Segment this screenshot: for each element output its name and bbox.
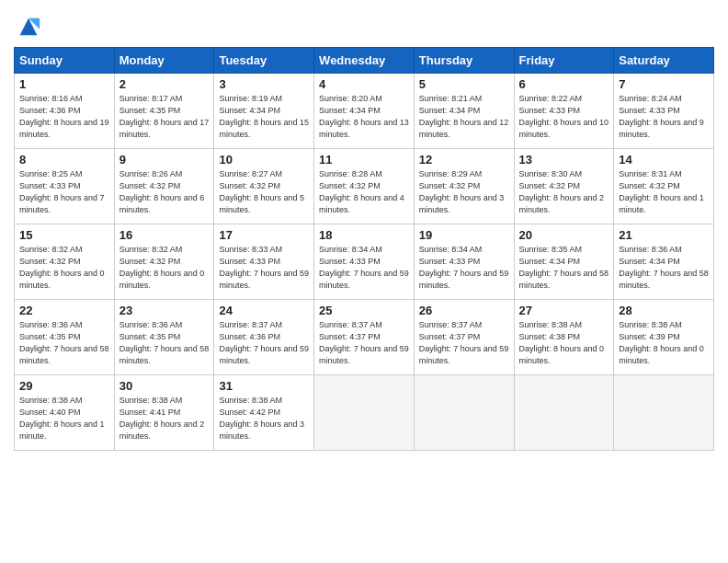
- day-number: 28: [619, 304, 709, 317]
- cell-details: Sunrise: 8:25 AMSunset: 4:33 PMDaylight:…: [19, 168, 109, 216]
- cell-details: Sunrise: 8:38 AMSunset: 4:42 PMDaylight:…: [219, 395, 309, 442]
- day-number: 14: [619, 153, 709, 167]
- day-header-monday: Monday: [114, 48, 214, 74]
- calendar-cell: 29Sunrise: 8:38 AMSunset: 4:40 PMDayligh…: [15, 375, 115, 451]
- cell-details: Sunrise: 8:16 AMSunset: 4:36 PMDaylight:…: [19, 93, 109, 141]
- day-header-wednesday: Wednesday: [314, 48, 415, 74]
- calendar-cell: 8Sunrise: 8:25 AMSunset: 4:33 PMDaylight…: [15, 149, 115, 224]
- calendar-cell: 12Sunrise: 8:29 AMSunset: 4:32 PMDayligh…: [414, 149, 514, 224]
- calendar-cell: 6Sunrise: 8:22 AMSunset: 4:33 PMDaylight…: [514, 74, 614, 149]
- day-number: 21: [619, 228, 709, 242]
- day-number: 16: [119, 228, 210, 242]
- calendar-cell: 19Sunrise: 8:34 AMSunset: 4:33 PMDayligh…: [414, 224, 514, 300]
- logo-icon: [16, 14, 41, 40]
- calendar-cell: 10Sunrise: 8:27 AMSunset: 4:32 PMDayligh…: [214, 149, 314, 224]
- cell-details: Sunrise: 8:19 AMSunset: 4:34 PMDaylight:…: [219, 93, 309, 141]
- cell-details: Sunrise: 8:36 AMSunset: 4:34 PMDaylight:…: [619, 244, 709, 292]
- calendar-cell: 21Sunrise: 8:36 AMSunset: 4:34 PMDayligh…: [614, 224, 714, 300]
- calendar-cell: 20Sunrise: 8:35 AMSunset: 4:34 PMDayligh…: [514, 224, 614, 300]
- day-number: 29: [19, 379, 109, 393]
- calendar-cell: 9Sunrise: 8:26 AMSunset: 4:32 PMDaylight…: [114, 149, 214, 224]
- header: [14, 9, 714, 40]
- week-row-3: 22Sunrise: 8:36 AMSunset: 4:35 PMDayligh…: [15, 300, 714, 375]
- day-number: 3: [219, 77, 309, 91]
- day-number: 2: [119, 77, 210, 91]
- day-number: 22: [19, 304, 109, 317]
- day-number: 15: [19, 228, 109, 242]
- cell-details: Sunrise: 8:34 AMSunset: 4:33 PMDaylight:…: [319, 244, 409, 292]
- day-number: 12: [419, 153, 509, 167]
- calendar-cell: 15Sunrise: 8:32 AMSunset: 4:32 PMDayligh…: [15, 224, 115, 300]
- day-number: 10: [219, 153, 309, 167]
- day-number: 5: [419, 77, 509, 91]
- cell-details: Sunrise: 8:17 AMSunset: 4:35 PMDaylight:…: [119, 93, 210, 141]
- cell-details: Sunrise: 8:33 AMSunset: 4:33 PMDaylight:…: [219, 244, 309, 292]
- calendar-table: SundayMondayTuesdayWednesdayThursdayFrid…: [14, 47, 714, 451]
- cell-details: Sunrise: 8:27 AMSunset: 4:32 PMDaylight:…: [219, 168, 309, 216]
- calendar-cell: 18Sunrise: 8:34 AMSunset: 4:33 PMDayligh…: [314, 224, 415, 300]
- calendar-cell: [514, 375, 614, 451]
- day-number: 9: [119, 153, 210, 167]
- logo: [14, 14, 41, 40]
- calendar-cell: [614, 375, 714, 451]
- cell-details: Sunrise: 8:30 AMSunset: 4:32 PMDaylight:…: [519, 168, 609, 216]
- calendar-cell: 3Sunrise: 8:19 AMSunset: 4:34 PMDaylight…: [214, 74, 314, 149]
- day-number: 27: [519, 304, 609, 317]
- day-number: 18: [319, 228, 409, 242]
- calendar-cell: 5Sunrise: 8:21 AMSunset: 4:34 PMDaylight…: [414, 74, 514, 149]
- day-header-tuesday: Tuesday: [214, 48, 314, 74]
- calendar-cell: 17Sunrise: 8:33 AMSunset: 4:33 PMDayligh…: [214, 224, 314, 300]
- cell-details: Sunrise: 8:38 AMSunset: 4:39 PMDaylight:…: [619, 319, 709, 367]
- calendar-cell: 27Sunrise: 8:38 AMSunset: 4:38 PMDayligh…: [514, 300, 614, 375]
- week-row-4: 29Sunrise: 8:38 AMSunset: 4:40 PMDayligh…: [15, 375, 714, 451]
- header-row: SundayMondayTuesdayWednesdayThursdayFrid…: [15, 48, 714, 74]
- calendar-cell: 23Sunrise: 8:36 AMSunset: 4:35 PMDayligh…: [114, 300, 214, 375]
- cell-details: Sunrise: 8:38 AMSunset: 4:38 PMDaylight:…: [519, 319, 609, 367]
- day-number: 31: [219, 379, 309, 393]
- cell-details: Sunrise: 8:26 AMSunset: 4:32 PMDaylight:…: [119, 168, 210, 216]
- day-number: 30: [119, 379, 210, 393]
- cell-details: Sunrise: 8:32 AMSunset: 4:32 PMDaylight:…: [19, 244, 109, 292]
- cell-details: Sunrise: 8:37 AMSunset: 4:37 PMDaylight:…: [319, 319, 409, 367]
- day-number: 20: [519, 228, 609, 242]
- cell-details: Sunrise: 8:34 AMSunset: 4:33 PMDaylight:…: [419, 244, 509, 292]
- day-header-saturday: Saturday: [614, 48, 714, 74]
- day-number: 6: [519, 77, 609, 91]
- cell-details: Sunrise: 8:24 AMSunset: 4:33 PMDaylight:…: [619, 93, 709, 141]
- day-number: 19: [419, 228, 509, 242]
- calendar-cell: 7Sunrise: 8:24 AMSunset: 4:33 PMDaylight…: [614, 74, 714, 149]
- cell-details: Sunrise: 8:38 AMSunset: 4:40 PMDaylight:…: [19, 395, 109, 442]
- day-number: 8: [19, 153, 109, 167]
- calendar-cell: 22Sunrise: 8:36 AMSunset: 4:35 PMDayligh…: [15, 300, 115, 375]
- calendar-cell: 30Sunrise: 8:38 AMSunset: 4:41 PMDayligh…: [114, 375, 214, 451]
- week-row-1: 8Sunrise: 8:25 AMSunset: 4:33 PMDaylight…: [15, 149, 714, 224]
- calendar-cell: [314, 375, 415, 451]
- day-number: 13: [519, 153, 609, 167]
- calendar-cell: 26Sunrise: 8:37 AMSunset: 4:37 PMDayligh…: [414, 300, 514, 375]
- day-number: 1: [19, 77, 109, 91]
- calendar-cell: 28Sunrise: 8:38 AMSunset: 4:39 PMDayligh…: [614, 300, 714, 375]
- calendar-cell: 1Sunrise: 8:16 AMSunset: 4:36 PMDaylight…: [15, 74, 115, 149]
- calendar-cell: 2Sunrise: 8:17 AMSunset: 4:35 PMDaylight…: [114, 74, 214, 149]
- calendar-cell: 11Sunrise: 8:28 AMSunset: 4:32 PMDayligh…: [314, 149, 415, 224]
- cell-details: Sunrise: 8:35 AMSunset: 4:34 PMDaylight:…: [519, 244, 609, 292]
- week-row-0: 1Sunrise: 8:16 AMSunset: 4:36 PMDaylight…: [15, 74, 714, 149]
- calendar-page: SundayMondayTuesdayWednesdayThursdayFrid…: [0, 0, 728, 465]
- day-number: 23: [119, 304, 210, 317]
- day-number: 17: [219, 228, 309, 242]
- day-number: 24: [219, 304, 309, 317]
- calendar-cell: 14Sunrise: 8:31 AMSunset: 4:32 PMDayligh…: [614, 149, 714, 224]
- day-header-friday: Friday: [514, 48, 614, 74]
- day-header-sunday: Sunday: [15, 48, 115, 74]
- cell-details: Sunrise: 8:36 AMSunset: 4:35 PMDaylight:…: [19, 319, 109, 367]
- day-number: 26: [419, 304, 509, 317]
- calendar-cell: 16Sunrise: 8:32 AMSunset: 4:32 PMDayligh…: [114, 224, 214, 300]
- cell-details: Sunrise: 8:37 AMSunset: 4:37 PMDaylight:…: [419, 319, 509, 367]
- cell-details: Sunrise: 8:21 AMSunset: 4:34 PMDaylight:…: [419, 93, 509, 141]
- week-row-2: 15Sunrise: 8:32 AMSunset: 4:32 PMDayligh…: [15, 224, 714, 300]
- calendar-cell: 13Sunrise: 8:30 AMSunset: 4:32 PMDayligh…: [514, 149, 614, 224]
- day-number: 7: [619, 77, 709, 91]
- cell-details: Sunrise: 8:37 AMSunset: 4:36 PMDaylight:…: [219, 319, 309, 367]
- cell-details: Sunrise: 8:38 AMSunset: 4:41 PMDaylight:…: [119, 395, 210, 442]
- day-header-thursday: Thursday: [414, 48, 514, 74]
